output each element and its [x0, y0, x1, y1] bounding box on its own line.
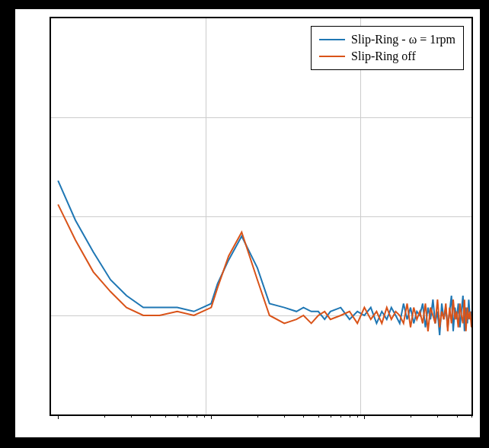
- tick: [211, 414, 212, 419]
- tick: [104, 414, 105, 418]
- tick: [165, 414, 166, 418]
- legend: Slip-Ring - ω = 1rpm Slip-Ring off: [311, 26, 464, 70]
- tick: [150, 414, 151, 418]
- tick: [58, 414, 59, 419]
- legend-item: Slip-Ring off: [319, 48, 455, 65]
- tick: [303, 414, 304, 418]
- chart-container: Slip-Ring - ω = 1rpm Slip-Ring off: [15, 9, 480, 437]
- tick: [437, 414, 438, 418]
- tick: [350, 414, 350, 418]
- tick: [284, 414, 285, 418]
- tick: [411, 414, 411, 418]
- tick: [331, 414, 331, 418]
- tick: [197, 414, 197, 418]
- tick: [357, 414, 358, 418]
- tick: [177, 414, 178, 418]
- tick: [257, 414, 258, 418]
- tick: [204, 414, 205, 418]
- legend-label: Slip-Ring off: [351, 50, 416, 63]
- tick: [457, 414, 458, 418]
- tick: [187, 414, 188, 418]
- tick: [340, 414, 341, 418]
- legend-item: Slip-Ring - ω = 1rpm: [319, 31, 455, 48]
- plot-area: Slip-Ring - ω = 1rpm Slip-Ring off: [50, 17, 473, 416]
- line-series: [51, 18, 471, 414]
- legend-swatch: [319, 56, 345, 57]
- tick: [131, 414, 132, 418]
- tick: [318, 414, 319, 418]
- legend-label: Slip-Ring - ω = 1rpm: [351, 33, 455, 46]
- tick: [364, 414, 365, 419]
- tick: [471, 414, 472, 418]
- series-line: [58, 181, 471, 335]
- legend-swatch: [319, 39, 345, 40]
